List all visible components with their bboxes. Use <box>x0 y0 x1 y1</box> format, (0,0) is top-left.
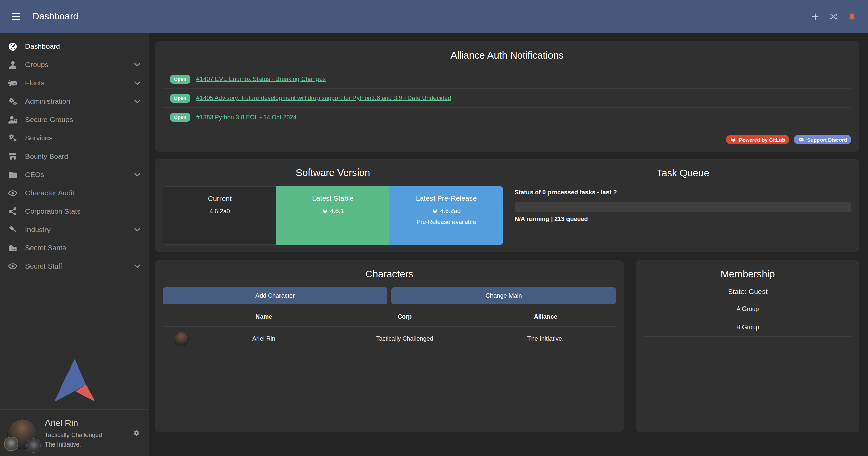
chevron-down-icon <box>133 79 142 87</box>
gears-icon <box>7 133 18 143</box>
sidebar-item-administration[interactable]: Administration <box>0 92 149 111</box>
col-header-alliance: Alliance <box>475 313 616 320</box>
sidebar-item-fleets[interactable]: Fleets <box>0 74 149 92</box>
gitlab-tanuki-icon <box>322 208 328 214</box>
sidebar-item-character-audit[interactable]: Character Audit <box>0 184 149 202</box>
characters-panel: Characters Add Character Change Main Nam… <box>155 260 624 432</box>
tachometer-icon <box>7 41 18 52</box>
notification-link[interactable]: #1383 Python 3.8 EOL - 14 Oct 2024 <box>196 114 297 121</box>
plus-icon[interactable] <box>810 11 821 22</box>
task-queue-queue-line: N/A running | 213 queued <box>515 216 851 223</box>
character-name: Ariel Rin <box>193 335 334 342</box>
status-badge: Open <box>170 75 190 84</box>
notification-item: Open #1407 EVE Equinox Status - Breaking… <box>163 70 851 89</box>
app-root: Dashboard Dashboard Groups Fleets <box>0 0 868 456</box>
eye-icon <box>7 188 18 198</box>
characters-title: Characters <box>163 269 616 280</box>
user-panel: Ariel Rin Tactically Challenged The Init… <box>0 409 149 456</box>
corp-logo <box>4 437 18 451</box>
membership-panel: Membership State: Guest A Group B Group <box>636 260 859 432</box>
share-icon <box>7 206 18 216</box>
user-icon <box>7 60 18 70</box>
sidebar-item-industry[interactable]: Industry <box>0 220 149 239</box>
membership-title: Membership <box>643 269 852 280</box>
shuffle-icon[interactable] <box>828 11 840 22</box>
chevron-down-icon <box>133 225 142 234</box>
navbar-title: Dashboard <box>33 11 78 22</box>
character-alliance: The Initiative. <box>475 335 616 342</box>
change-main-button[interactable]: Change Main <box>391 287 616 304</box>
add-character-button[interactable]: Add Character <box>163 287 387 304</box>
gifts-icon <box>7 243 18 253</box>
version-current-cell: Current 4.6.2a0 <box>163 187 276 244</box>
hammer-icon <box>7 224 18 235</box>
membership-state: State: Guest <box>643 288 852 296</box>
membership-groups-list: A Group B Group <box>643 300 852 337</box>
list-item: B Group <box>643 318 852 337</box>
sidebar-item-dashboard[interactable]: Dashboard <box>0 37 149 56</box>
user-name: Ariel Rin <box>45 418 102 429</box>
gears-icon <box>7 96 18 106</box>
software-version-section: Software Version Current 4.6.2a0 Latest … <box>163 167 503 252</box>
chevron-down-icon <box>133 60 142 69</box>
user-settings-gear-icon[interactable] <box>132 429 141 438</box>
notification-link[interactable]: #1407 EVE Equinox Status - Breaking Chan… <box>196 76 326 83</box>
task-queue-status-line: Status of 0 processed tasks • last ? <box>515 189 851 196</box>
gitlab-tanuki-icon <box>730 137 736 143</box>
shuttle-icon <box>7 78 18 88</box>
chevron-down-icon <box>133 97 142 106</box>
version-latest-prerelease-cell: Latest Pre-Release 4.6.2a0 Pre-Release a… <box>389 186 503 245</box>
support-discord-badge[interactable]: Support Discord <box>794 135 851 144</box>
status-badge: Open <box>170 94 190 103</box>
sidebar: Dashboard Groups Fleets Administration S… <box>0 33 149 456</box>
task-queue-progress-bar <box>515 202 851 212</box>
sidebar-menu: Dashboard Groups Fleets Administration S… <box>0 33 149 275</box>
characters-table-header: Name Corp Alliance <box>163 307 616 327</box>
character-corp: Tactically Challenged <box>334 335 475 342</box>
sidebar-item-ceos[interactable]: CEOs <box>0 165 149 184</box>
top-navbar: Dashboard <box>0 0 868 33</box>
alliance-logo <box>26 438 41 453</box>
list-item: A Group <box>643 300 852 318</box>
discord-icon <box>798 137 804 143</box>
main-content: Alliance Auth Notifications Open #1407 E… <box>155 41 859 432</box>
user-corp: Tactically Challenged <box>45 432 102 439</box>
bell-icon[interactable] <box>846 11 858 22</box>
user-alliance: The Initiative. <box>45 441 102 448</box>
characters-table: Name Corp Alliance Ariel Rin Tactically … <box>163 307 616 351</box>
character-portrait <box>174 332 189 346</box>
gitlab-tanuki-icon <box>432 208 438 214</box>
folder-icon <box>7 170 18 180</box>
col-header-name: Name <box>193 313 334 320</box>
notifications-title: Alliance Auth Notifications <box>163 50 851 61</box>
sidebar-item-secure-groups[interactable]: Secure Groups <box>0 111 149 129</box>
notification-link[interactable]: #1405 Advisory: Future development will … <box>196 95 451 102</box>
alliance-auth-logo <box>55 359 94 401</box>
status-panel: Software Version Current 4.6.2a0 Latest … <box>155 159 859 252</box>
version-box: Current 4.6.2a0 Latest Stable 4.6.1 Late… <box>163 186 503 245</box>
version-latest-stable-cell: Latest Stable 4.6.1 <box>276 186 390 245</box>
sidebar-item-corporation-stats[interactable]: Corporation Stats <box>0 202 149 220</box>
sidebar-item-secret-stuff[interactable]: Secret Stuff <box>0 257 149 275</box>
task-queue-title: Task Queue <box>515 167 851 179</box>
table-row: Ariel Rin Tactically Challenged The Init… <box>163 327 616 351</box>
software-version-title: Software Version <box>163 167 503 178</box>
eye-icon <box>7 261 18 271</box>
chevron-down-icon <box>133 170 142 179</box>
sidebar-item-secret-santa[interactable]: Secret Santa <box>0 239 149 257</box>
sidebar-item-groups[interactable]: Groups <box>0 56 149 74</box>
powered-by-gitlab-badge[interactable]: Powered by GitLab <box>726 135 790 144</box>
sidebar-item-services[interactable]: Services <box>0 129 149 147</box>
notification-item: Open #1405 Advisory: Future development … <box>163 89 851 108</box>
store-icon <box>7 151 18 161</box>
notification-item: Open #1383 Python 3.8 EOL - 14 Oct 2024 <box>163 108 851 127</box>
status-badge: Open <box>170 113 190 122</box>
menu-toggle-button[interactable] <box>10 12 22 22</box>
notifications-list: Open #1407 EVE Equinox Status - Breaking… <box>163 70 851 127</box>
chevron-down-icon <box>133 262 142 271</box>
task-queue-section: Task Queue Status of 0 processed tasks •… <box>515 167 851 252</box>
user-lock-icon <box>7 115 18 125</box>
col-header-corp: Corp <box>334 313 475 320</box>
notifications-panel: Alliance Auth Notifications Open #1407 E… <box>155 41 859 152</box>
sidebar-item-bounty-board[interactable]: Bounty Board <box>0 147 149 165</box>
